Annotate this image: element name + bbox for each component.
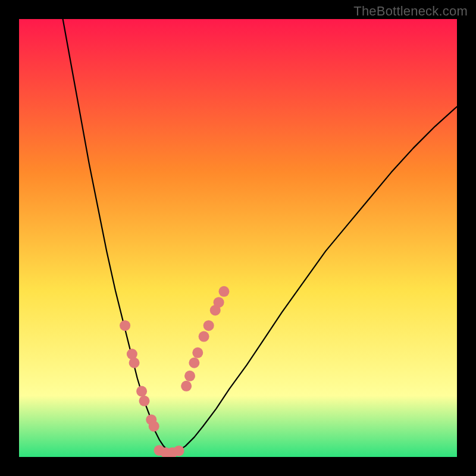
right-dots-point — [181, 381, 192, 392]
left-dots-point — [139, 396, 150, 406]
right-dots-point — [192, 347, 203, 358]
left-dots-point — [149, 421, 159, 431]
right-dots-point — [184, 371, 195, 381]
right-dots-point — [199, 331, 209, 342]
right-dots-point — [189, 358, 199, 368]
chart-frame: TheBottleneck.com — [0, 0, 476, 476]
watermark-text: TheBottleneck.com — [353, 4, 468, 19]
right-dots-point — [203, 320, 214, 331]
right-dots-point — [218, 286, 229, 297]
bottom-dots-point — [174, 446, 184, 456]
gradient-background — [19, 19, 457, 457]
left-dots-point — [129, 358, 140, 368]
plot-svg — [19, 19, 457, 457]
left-dots-point — [120, 320, 130, 331]
left-dots-point — [136, 386, 147, 397]
right-dots-point — [214, 297, 224, 308]
plot-area — [19, 19, 457, 457]
